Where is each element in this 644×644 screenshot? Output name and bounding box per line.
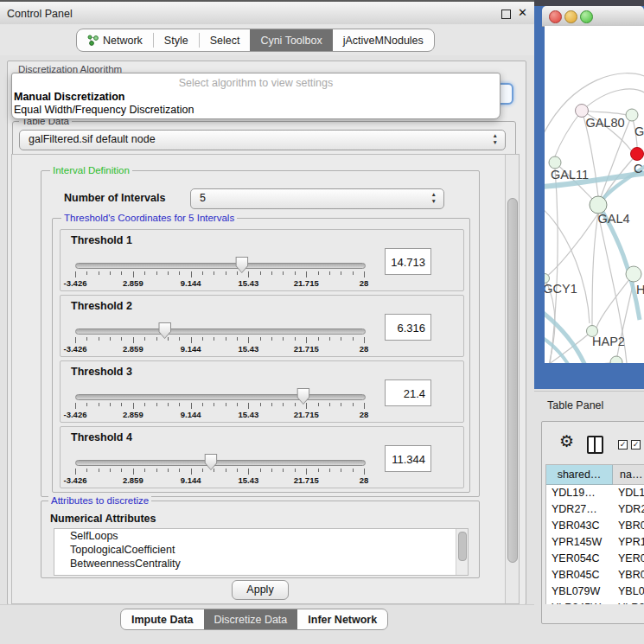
vertical-scrollbar[interactable] [505,155,519,603]
threshold-value-field[interactable]: 14.713 [385,248,431,275]
slider-ticks [75,271,364,278]
zoom-traffic-light-icon[interactable] [580,10,593,23]
cell-shared-name[interactable]: YDL19… [546,485,613,501]
node-label-hap2: HAP2 [592,335,625,348]
network-edge [596,274,634,328]
slider-track[interactable] [75,263,366,269]
column-header-na-[interactable]: na… [613,465,644,485]
cell-shared-name[interactable]: YDR27… [546,501,613,518]
split-columns-icon[interactable] [587,436,603,454]
table-row[interactable]: YPR145WYPR1 [546,534,644,551]
thresholds-group: Threshold's Coordinates for 5 Intervals … [52,218,470,493]
table-data-combobox[interactable]: galFiltered.sif default node ▲▼ [19,130,506,150]
tab-discretize-data[interactable]: Discretize Data [204,609,298,629]
cell-shared-name[interactable]: YBR045C [546,567,613,583]
network-node[interactable] [610,356,622,363]
cell-name[interactable]: YBL0 [613,583,644,600]
network-edge [546,214,598,277]
close-traffic-light-icon[interactable] [549,10,562,23]
cell-name[interactable]: YPR1 [613,534,644,551]
threshold-label: Threshold 2 [71,300,132,312]
gear-icon[interactable]: ⚙ [559,432,574,450]
table-row[interactable]: YBR045CYBR0 [546,567,644,583]
cell-name[interactable]: YBR0 [613,518,644,534]
attribute-item-betweennesscentrality[interactable]: BetweennessCentrality [54,557,468,571]
tab-style[interactable]: Style [154,29,199,51]
tab-infer-network[interactable]: Infer Network [297,609,387,629]
cell-name[interactable]: YDR2 [613,501,644,518]
threshold-slider[interactable]: -3.4262.8599.14415.4321.71528 [75,392,364,418]
checkbox-icon[interactable]: ✓ [618,440,628,450]
table-row[interactable]: YDR27…YDR2 [546,501,644,518]
tab-jactivemnodules[interactable]: jActiveMNodules [333,29,434,51]
algorithm-option-manual-discretization[interactable]: Manual Discretization [14,91,125,103]
slider-track[interactable] [75,460,366,466]
threshold-slider[interactable]: -3.4262.8599.14415.4321.71528 [75,458,364,484]
checkbox-icon[interactable]: ✓ [631,440,641,450]
network-edge [592,214,598,325]
tab-select[interactable]: Select [200,29,251,51]
slider-track[interactable] [75,328,366,335]
interval-definition-group: Interval Definition Number of Intervals … [41,170,480,497]
cell-name[interactable]: YLR3 [613,600,644,604]
attribute-item-topologicalcoefficient[interactable]: TopologicalCoefficient [54,543,468,557]
float-window-icon[interactable] [501,10,511,19]
window-top-edge [534,0,644,6]
close-icon[interactable]: ✕ [518,6,527,19]
slider-ticks [75,403,364,410]
cell-name[interactable]: YER0 [613,551,644,567]
number-of-intervals-value: 5 [200,192,206,204]
slider-ticks [75,469,364,475]
numerical-attributes-list[interactable]: SelfLoopsTopologicalCoefficientBetweenne… [54,528,469,576]
threshold-block-1: Threshold 1-3.4262.8599.14415.4321.71528… [60,229,464,291]
cell-shared-name[interactable]: YLR345W [546,600,613,604]
node-label-h: H [636,283,644,296]
threshold-block-4: Threshold 4-3.4262.8599.14415.4321.71528… [60,426,464,488]
cell-shared-name[interactable]: YER054C [546,551,613,567]
tab-impute-data[interactable]: Impute Data [121,609,204,629]
bottom-tab-row: Impute DataDiscretize DataInfer Network [0,604,534,633]
scrollbar-thumb[interactable] [507,198,518,563]
tab-network[interactable]: Network [77,29,153,51]
node-label-ga: GA [634,124,644,138]
cell-shared-name[interactable]: YPR145W [546,534,613,551]
network-node-gal11[interactable] [549,156,561,169]
number-of-intervals-combobox[interactable]: 5 ▲▼ [190,188,444,209]
threshold-value-field[interactable]: 21.4 [385,379,431,406]
threshold-slider[interactable]: -3.4262.8599.14415.4321.71528 [75,261,364,287]
threshold-slider[interactable]: -3.4262.8599.14415.4321.71528 [75,327,364,353]
slider-track[interactable] [75,394,366,400]
cell-name[interactable]: YDL1 [613,485,644,501]
algorithm-option-equal-width-frequency-discretization[interactable]: Equal Width/Frequency Discretization [14,104,194,116]
network-edge [545,207,590,323]
node-label-gcy1: GCY1 [545,282,577,296]
table-row[interactable]: YLR345WYLR3 [546,600,644,604]
network-graph[interactable]: GAL80GACGAL11GAL4GCY1HHAP2 [545,26,644,363]
column-header-shared-[interactable]: shared… [546,465,613,485]
stepper-arrows-icon: ▲▼ [493,132,498,146]
tab-cyni-toolbox[interactable]: Cyni Toolbox [250,29,332,51]
network-node[interactable] [626,266,641,282]
attribute-item-selfloops[interactable]: SelfLoops [54,529,468,543]
apply-button[interactable]: Apply [232,580,289,600]
bottom-tab-bar: Impute DataDiscretize DataInfer Network [120,609,388,630]
network-node-gal4[interactable] [590,196,607,214]
network-node[interactable] [626,109,638,121]
network-edge [550,169,558,363]
cell-shared-name[interactable]: YBL079W [546,583,613,600]
minimize-traffic-light-icon[interactable] [564,10,577,23]
table-row[interactable]: YER054CYER0 [546,551,644,567]
table-row[interactable]: YBR043CYBR0 [546,518,644,534]
table-row[interactable]: YDL19…YDL1 [546,485,644,501]
network-window-titlebar[interactable] [542,6,644,27]
table-row[interactable]: YBL079WYBL0 [546,583,644,600]
network-node[interactable] [631,148,644,161]
threshold-value-field[interactable]: 11.344 [385,445,431,472]
network-canvas[interactable]: GAL80GACGAL11GAL4GCY1HHAP2 [545,26,644,363]
cell-shared-name[interactable]: YBR043C [546,518,613,534]
node-label-c: C [634,162,642,175]
threshold-value-field[interactable]: 6.316 [385,314,431,341]
node-attribute-table[interactable]: shared…na… YDL19…YDL1YDR27…YDR2YBR043CYB… [545,464,644,604]
attributes-list-scrollbar[interactable] [456,529,468,575]
cell-name[interactable]: YBR0 [613,567,644,583]
